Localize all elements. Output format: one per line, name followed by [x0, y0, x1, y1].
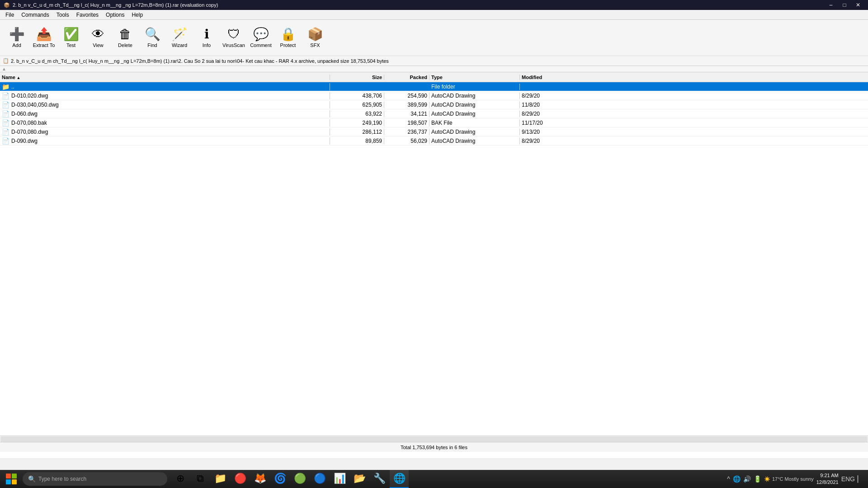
start-button[interactable] — [2, 470, 21, 488]
toolbar-btn-delete[interactable]: 🗑Delete — [112, 22, 138, 54]
tray-lang[interactable]: ENG — [841, 475, 855, 483]
file-name: .. — [11, 84, 14, 90]
taskbar-app-4[interactable]: 🦊 — [250, 470, 269, 488]
file-packed: 34,121 — [384, 111, 429, 117]
status-bar: Total 1,753,694 bytes in 6 files — [0, 442, 868, 452]
toolbar-btn-protect[interactable]: 🔒Protect — [275, 22, 301, 54]
tray-show-desktop[interactable]: ▏ — [858, 475, 863, 483]
tray-battery[interactable]: 🔋 — [754, 475, 761, 483]
title-bar-controls: – □ ✕ — [825, 0, 864, 10]
header-name[interactable]: Name — [0, 75, 330, 80]
taskbar-app-0[interactable]: ⊕ — [171, 470, 190, 488]
taskbar-app-7[interactable]: 🔵 — [310, 470, 329, 488]
info-text: 2. b_n v_C_u d_m ch_Td__ng l_c( Huy_n m_… — [11, 58, 389, 64]
file-type: File folder — [429, 84, 520, 90]
table-row[interactable]: 📄 D-060.dwg 63,922 34,121 AutoCAD Drawin… — [0, 109, 868, 118]
extract-to-icon: 📤 — [36, 28, 52, 41]
toolbar-btn-virusscan[interactable]: 🛡VirusScan — [221, 22, 247, 54]
search-placeholder: Type here to search — [38, 476, 86, 482]
toolbar-btn-info[interactable]: ℹInfo — [193, 22, 220, 54]
tray-chevron[interactable]: ^ — [727, 475, 730, 483]
taskbar-app-5[interactable]: 🌀 — [270, 470, 289, 488]
file-name: D-030,040,050.dwg — [11, 102, 59, 108]
menu-bar: FileCommandsToolsFavoritesOptionsHelp — [0, 10, 868, 20]
taskbar-app-9[interactable]: 📂 — [350, 470, 369, 488]
comment-icon: 💬 — [253, 28, 269, 41]
delete-icon: 🗑 — [119, 28, 132, 41]
header-modified[interactable]: Modified — [520, 75, 868, 80]
file-modified: 11/17/20 — [520, 120, 868, 126]
file-size: 625,905 — [330, 102, 384, 108]
toolbar-btn-comment[interactable]: 💬Comment — [248, 22, 274, 54]
file-modified: 8/29/20 — [520, 111, 868, 117]
file-name: D-010,020.dwg — [11, 93, 48, 99]
menu-item-tools[interactable]: Tools — [53, 11, 73, 19]
close-button[interactable]: ✕ — [852, 0, 864, 10]
file-icon: 📄 — [2, 110, 9, 117]
file-type: AutoCAD Drawing — [429, 102, 520, 108]
view-label: View — [93, 42, 104, 48]
toolbar-btn-find[interactable]: 🔍Find — [139, 22, 165, 54]
file-modified: 11/8/20 — [520, 102, 868, 108]
tray-clock[interactable]: 9:21 AM 12/8/2021 — [816, 472, 839, 486]
toolbar-btn-wizard[interactable]: 🪄Wizard — [166, 22, 193, 54]
taskbar-app-3[interactable]: 🔴 — [231, 470, 250, 488]
header-size[interactable]: Size — [330, 75, 384, 80]
add-icon: ➕ — [9, 28, 25, 41]
maximize-button[interactable]: □ — [838, 0, 851, 10]
file-icon: 📄 — [2, 137, 9, 145]
info-label: Info — [203, 42, 211, 48]
header-packed[interactable]: Packed — [384, 75, 429, 80]
taskbar-app-6[interactable]: 🟢 — [290, 470, 309, 488]
delete-label: Delete — [118, 42, 132, 48]
file-name: D-090.dwg — [11, 138, 38, 144]
file-size: 438,706 — [330, 93, 384, 99]
toolbar-btn-extract-to[interactable]: 📤Extract To — [31, 22, 57, 54]
toolbar-btn-test[interactable]: ✅Test — [58, 22, 84, 54]
sfx-label: SFX — [310, 42, 320, 48]
table-row[interactable]: 📄 D-070,080.bak 249,190 198,507 BAK File… — [0, 118, 868, 127]
virusscan-label: VirusScan — [222, 42, 245, 48]
system-tray: ^ 🌐 🔊 🔋 ☀️ 17°C Mostly sunny 9:21 AM 12/… — [727, 472, 866, 486]
file-packed: 198,507 — [384, 120, 429, 126]
table-row[interactable]: 📁 .. File folder — [0, 82, 868, 91]
taskbar-app-8[interactable]: 📊 — [330, 470, 349, 488]
tray-volume[interactable]: 🔊 — [743, 475, 751, 483]
toolbar-btn-add[interactable]: ➕Add — [4, 22, 30, 54]
menu-item-favorites[interactable]: Favorites — [73, 11, 102, 19]
minimize-button[interactable]: – — [825, 0, 837, 10]
table-row[interactable]: 📄 D-010,020.dwg 438,706 254,590 AutoCAD … — [0, 91, 868, 100]
sfx-icon: 📦 — [307, 28, 323, 41]
taskbar-app-1[interactable]: ⧉ — [191, 470, 210, 488]
tray-weather[interactable]: ☀️ 17°C Mostly sunny — [764, 476, 814, 482]
taskbar-app-2[interactable]: 📁 — [211, 470, 230, 488]
table-row[interactable]: 📄 D-030,040,050.dwg 625,905 389,599 Auto… — [0, 100, 868, 109]
window-title: 2. b_n v_C_u d_m ch_Td__ng l_c( Huy_n m_… — [13, 2, 218, 8]
menu-item-file[interactable]: File — [2, 11, 18, 19]
toolbar: ➕Add📤Extract To✅Test👁View🗑Delete🔍Find🪄Wi… — [0, 20, 868, 56]
taskbar-app-11[interactable]: 🌐 — [390, 470, 409, 488]
test-label: Test — [66, 42, 75, 48]
table-row[interactable]: 📄 D-090.dwg 89,859 56,029 AutoCAD Drawin… — [0, 136, 868, 145]
toolbar-btn-sfx[interactable]: 📦SFX — [302, 22, 328, 54]
file-size: 63,922 — [330, 111, 384, 117]
info-icon: ℹ — [204, 28, 209, 41]
file-modified: 9/13/20 — [520, 129, 868, 135]
protect-icon: 🔒 — [280, 28, 296, 41]
file-packed: 389,599 — [384, 102, 429, 108]
table-row[interactable]: 📄 D-070,080.dwg 286,112 236,737 AutoCAD … — [0, 127, 868, 136]
menu-item-commands[interactable]: Commands — [18, 11, 52, 19]
taskbar-app-10[interactable]: 🔧 — [370, 470, 389, 488]
tray-network[interactable]: 🌐 — [733, 475, 741, 483]
wizard-icon: 🪄 — [172, 28, 188, 41]
test-icon: ✅ — [63, 28, 79, 41]
file-name: D-070,080.bak — [11, 120, 47, 126]
taskbar-search[interactable]: 🔍 Type here to search — [23, 472, 167, 486]
header-type[interactable]: Type — [429, 75, 520, 80]
toolbar-btn-view[interactable]: 👁View — [85, 22, 111, 54]
menu-item-options[interactable]: Options — [102, 11, 128, 19]
menu-item-help[interactable]: Help — [128, 11, 146, 19]
file-icon: 📁 — [2, 83, 9, 90]
status-text: Total 1,753,694 bytes in 6 files — [401, 445, 467, 450]
file-modified: 8/29/20 — [520, 138, 868, 144]
